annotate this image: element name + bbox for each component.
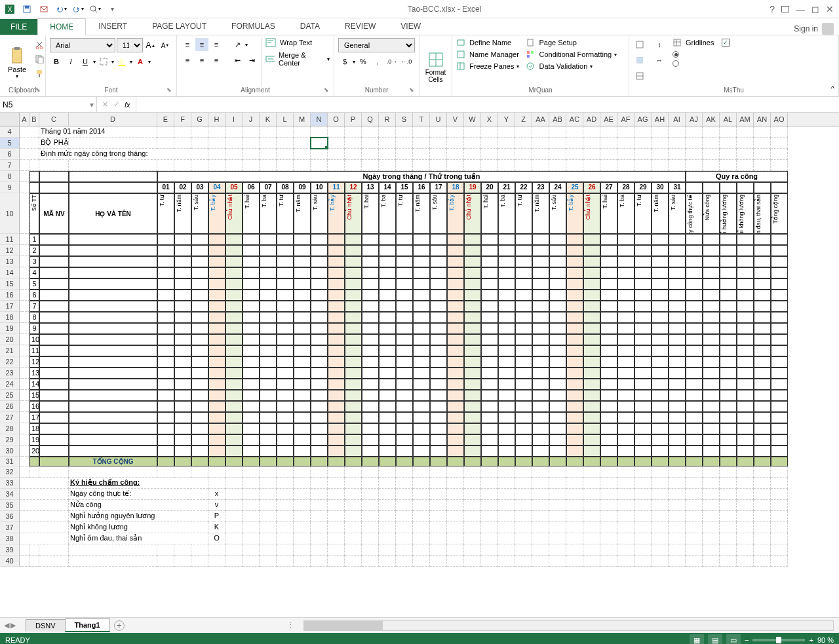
column-header[interactable]: J bbox=[243, 113, 260, 126]
zoom-out-icon[interactable]: − bbox=[745, 636, 749, 644]
accounting-format-icon[interactable]: $ bbox=[338, 55, 351, 68]
merge-center-button[interactable]: Merge & Center▾ bbox=[265, 51, 330, 67]
cell[interactable] bbox=[703, 457, 720, 466]
cell[interactable] bbox=[328, 149, 345, 160]
cell[interactable] bbox=[498, 412, 515, 423]
cell[interactable] bbox=[260, 556, 277, 567]
cell[interactable] bbox=[39, 312, 69, 323]
cell[interactable] bbox=[720, 478, 737, 489]
cell[interactable] bbox=[771, 126, 788, 138]
cell[interactable] bbox=[311, 256, 328, 267]
cell[interactable] bbox=[481, 489, 498, 500]
cell[interactable] bbox=[311, 401, 328, 412]
cell[interactable] bbox=[771, 522, 788, 533]
msthu-icon-2[interactable] bbox=[633, 54, 646, 67]
row-header[interactable]: 8 bbox=[0, 171, 20, 182]
cell[interactable] bbox=[69, 290, 157, 301]
cell[interactable] bbox=[430, 445, 447, 457]
cell[interactable] bbox=[652, 323, 669, 334]
cell[interactable] bbox=[243, 278, 260, 290]
cell[interactable] bbox=[69, 379, 157, 390]
cell[interactable] bbox=[174, 401, 191, 412]
cell[interactable] bbox=[447, 345, 464, 356]
cell[interactable] bbox=[566, 334, 583, 345]
cell[interactable]: Ngày trong tháng / Thứ trong tuần bbox=[157, 171, 686, 182]
cell[interactable] bbox=[754, 160, 771, 171]
cell[interactable] bbox=[413, 423, 430, 434]
cell[interactable] bbox=[379, 245, 396, 256]
column-header[interactable]: AL bbox=[720, 113, 737, 126]
cell[interactable] bbox=[720, 445, 737, 457]
cell[interactable] bbox=[600, 423, 617, 434]
cell[interactable] bbox=[260, 278, 277, 290]
increase-font-icon[interactable]: A▲ bbox=[144, 39, 157, 52]
cell[interactable] bbox=[498, 390, 515, 401]
cell[interactable] bbox=[328, 368, 345, 379]
cell[interactable] bbox=[20, 138, 39, 149]
cell[interactable] bbox=[328, 434, 345, 445]
cell[interactable] bbox=[634, 412, 652, 423]
row-header[interactable]: 40 bbox=[0, 556, 20, 567]
cell[interactable] bbox=[396, 522, 413, 533]
cell[interactable] bbox=[396, 301, 413, 312]
cell[interactable] bbox=[481, 390, 498, 401]
cell[interactable] bbox=[328, 290, 345, 301]
cell[interactable] bbox=[396, 533, 413, 544]
cell[interactable] bbox=[447, 445, 464, 457]
cell[interactable] bbox=[225, 466, 243, 478]
cell[interactable] bbox=[498, 457, 515, 466]
cell[interactable] bbox=[20, 312, 29, 323]
cell[interactable] bbox=[703, 522, 720, 533]
cell[interactable] bbox=[191, 245, 208, 256]
cell[interactable] bbox=[737, 278, 754, 290]
cell[interactable] bbox=[754, 368, 771, 379]
cell[interactable] bbox=[549, 126, 566, 138]
cell[interactable] bbox=[447, 234, 464, 245]
cell[interactable] bbox=[311, 412, 328, 423]
msthu-radio-2[interactable] bbox=[673, 60, 679, 67]
cell[interactable]: T. sáu bbox=[549, 193, 566, 234]
column-header[interactable]: I bbox=[225, 113, 243, 126]
cell[interactable] bbox=[157, 445, 174, 457]
cell[interactable] bbox=[498, 138, 515, 149]
cell[interactable]: v bbox=[208, 500, 225, 511]
cell[interactable]: 06 bbox=[243, 182, 260, 193]
collapse-ribbon-icon[interactable]: ^ bbox=[831, 85, 834, 92]
cell[interactable] bbox=[208, 423, 225, 434]
cell[interactable] bbox=[498, 401, 515, 412]
cell[interactable] bbox=[191, 390, 208, 401]
cell[interactable] bbox=[532, 511, 549, 522]
cell[interactable] bbox=[498, 368, 515, 379]
cell[interactable] bbox=[20, 544, 29, 556]
cell[interactable] bbox=[617, 301, 634, 312]
column-header[interactable]: Q bbox=[362, 113, 379, 126]
cell[interactable] bbox=[294, 500, 311, 511]
cell[interactable] bbox=[532, 478, 549, 489]
cell[interactable] bbox=[652, 556, 669, 567]
cell[interactable]: T. tư bbox=[396, 193, 413, 234]
cell[interactable] bbox=[600, 478, 617, 489]
row-header[interactable]: 27 bbox=[0, 412, 20, 423]
cell[interactable] bbox=[260, 138, 277, 149]
cell[interactable] bbox=[583, 544, 600, 556]
cell[interactable] bbox=[345, 356, 362, 368]
cell[interactable] bbox=[634, 126, 652, 138]
cell[interactable] bbox=[260, 160, 277, 171]
cell[interactable]: Tháng 01 năm 2014 bbox=[39, 126, 157, 138]
cell[interactable] bbox=[20, 522, 69, 533]
cell[interactable] bbox=[243, 368, 260, 379]
cut-icon[interactable] bbox=[33, 38, 46, 51]
cell[interactable] bbox=[39, 256, 69, 267]
row-header[interactable]: 24 bbox=[0, 379, 20, 390]
cell[interactable] bbox=[260, 533, 277, 544]
cell[interactable] bbox=[464, 445, 481, 457]
cell[interactable] bbox=[208, 278, 225, 290]
tab-formulas[interactable]: FORMULAS bbox=[219, 18, 288, 35]
cancel-formula-icon[interactable]: ✕ bbox=[102, 100, 108, 109]
column-header[interactable]: AA bbox=[532, 113, 549, 126]
cell[interactable] bbox=[157, 356, 174, 368]
msthu-icon-3[interactable] bbox=[633, 69, 646, 83]
cell[interactable] bbox=[447, 533, 464, 544]
cell[interactable] bbox=[39, 401, 69, 412]
cell[interactable] bbox=[379, 478, 396, 489]
